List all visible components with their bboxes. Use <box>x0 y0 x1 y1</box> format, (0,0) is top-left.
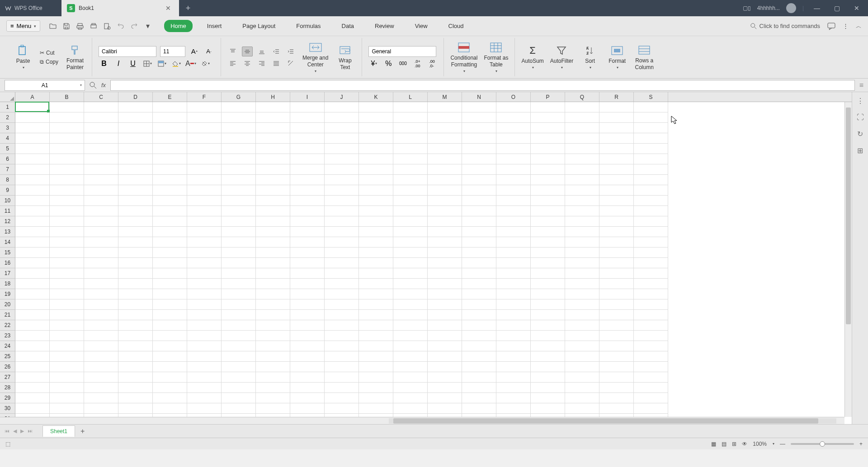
row-header[interactable]: 11 <box>0 206 15 216</box>
cell[interactable] <box>84 383 118 393</box>
row-header[interactable]: 12 <box>0 216 15 227</box>
cell[interactable] <box>84 289 118 299</box>
cell[interactable] <box>325 310 359 320</box>
cell[interactable] <box>393 164 428 175</box>
select-all-corner[interactable] <box>0 92 15 102</box>
cell[interactable] <box>256 154 290 164</box>
print-preview-icon[interactable] <box>75 22 85 31</box>
cell[interactable] <box>634 320 668 331</box>
cell[interactable] <box>84 154 118 164</box>
column-header[interactable]: S <box>634 92 668 102</box>
cell[interactable] <box>531 185 565 196</box>
cell[interactable] <box>15 299 50 310</box>
cell[interactable] <box>393 237 428 248</box>
column-header[interactable]: Q <box>565 92 599 102</box>
cell[interactable] <box>599 289 634 299</box>
cell[interactable] <box>256 102 290 112</box>
clear-format-button[interactable]: ▾ <box>200 59 211 69</box>
cell[interactable] <box>256 206 290 216</box>
cell[interactable] <box>15 123 50 133</box>
cell[interactable] <box>599 133 634 144</box>
cell[interactable] <box>393 248 428 258</box>
cell[interactable] <box>428 331 462 341</box>
cut-button[interactable]: ✂Cut <box>39 49 59 56</box>
cell[interactable] <box>531 248 565 258</box>
record-macro-icon[interactable]: ⬚ <box>5 441 10 447</box>
cell[interactable] <box>187 362 222 372</box>
cell[interactable] <box>256 383 290 393</box>
conditional-formatting-button[interactable]: Conditional Formatting▾ <box>450 41 477 74</box>
cell[interactable] <box>256 258 290 268</box>
cell[interactable] <box>84 310 118 320</box>
cell[interactable] <box>428 279 462 289</box>
align-left-icon[interactable] <box>227 58 238 68</box>
cell[interactable] <box>462 403 496 414</box>
cell[interactable] <box>290 237 325 248</box>
format-button[interactable]: Format▾ <box>607 44 627 70</box>
cell[interactable] <box>496 362 531 372</box>
cell[interactable] <box>634 206 668 216</box>
cell[interactable] <box>325 289 359 299</box>
cell[interactable] <box>187 372 222 383</box>
cell[interactable] <box>428 320 462 331</box>
align-middle-icon[interactable] <box>242 47 253 56</box>
cell[interactable] <box>462 393 496 403</box>
cell[interactable] <box>428 133 462 144</box>
cell[interactable] <box>599 206 634 216</box>
cell[interactable] <box>359 248 393 258</box>
cell[interactable] <box>256 320 290 331</box>
cell[interactable] <box>496 164 531 175</box>
underline-button[interactable]: U <box>127 59 138 69</box>
cell[interactable] <box>565 403 599 414</box>
new-tab-button[interactable]: + <box>179 0 197 16</box>
cell[interactable] <box>153 248 187 258</box>
cell[interactable] <box>359 112 393 123</box>
cell[interactable] <box>496 133 531 144</box>
column-header[interactable]: O <box>496 92 531 102</box>
cell[interactable] <box>496 393 531 403</box>
cell[interactable] <box>118 216 153 227</box>
cell[interactable] <box>565 216 599 227</box>
tab-data[interactable]: Data <box>335 20 360 32</box>
cell[interactable] <box>393 196 428 206</box>
cell[interactable] <box>428 112 462 123</box>
cell[interactable] <box>153 175 187 185</box>
cell[interactable] <box>50 299 84 310</box>
cell[interactable] <box>428 196 462 206</box>
cell[interactable] <box>187 206 222 216</box>
cell[interactable] <box>599 175 634 185</box>
cell[interactable] <box>599 268 634 279</box>
cell[interactable] <box>153 268 187 279</box>
cell[interactable] <box>634 164 668 175</box>
cell[interactable] <box>187 289 222 299</box>
cell[interactable] <box>118 289 153 299</box>
cell[interactable] <box>496 185 531 196</box>
cell[interactable] <box>462 164 496 175</box>
cell[interactable] <box>393 154 428 164</box>
cell[interactable] <box>84 279 118 289</box>
maximize-button[interactable]: ▢ <box>830 5 844 12</box>
cell[interactable] <box>565 206 599 216</box>
cell[interactable] <box>222 237 256 248</box>
cell[interactable] <box>118 112 153 123</box>
row-header[interactable]: 23 <box>0 331 15 341</box>
cell[interactable] <box>393 383 428 393</box>
reading-mode-icon[interactable]: 👁 <box>742 441 747 447</box>
increase-font-icon[interactable]: A+ <box>189 47 200 56</box>
sort-button[interactable]: AZ Sort▾ <box>580 44 600 70</box>
cell[interactable] <box>118 299 153 310</box>
cell[interactable] <box>118 248 153 258</box>
cell[interactable] <box>187 102 222 112</box>
font-size-input[interactable] <box>160 46 185 57</box>
view-break-icon[interactable]: ⊞ <box>732 441 736 447</box>
column-header[interactable]: D <box>118 92 153 102</box>
cell[interactable] <box>50 133 84 144</box>
cell[interactable] <box>462 383 496 393</box>
cell[interactable] <box>634 383 668 393</box>
row-header[interactable]: 28 <box>0 383 15 393</box>
cell[interactable] <box>462 144 496 154</box>
cell[interactable] <box>118 227 153 237</box>
cell[interactable] <box>565 123 599 133</box>
row-header[interactable]: 22 <box>0 320 15 331</box>
cell[interactable] <box>393 331 428 341</box>
